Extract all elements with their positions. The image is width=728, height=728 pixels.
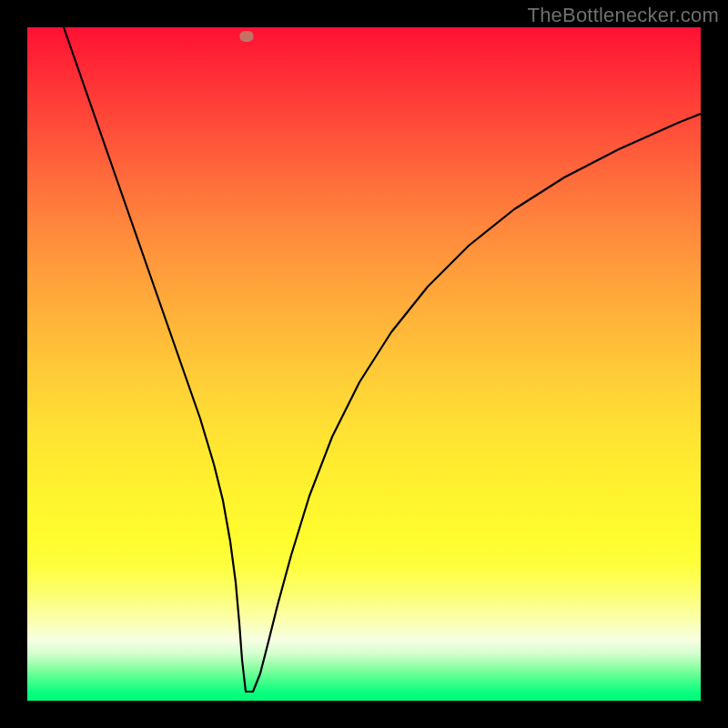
optimal-point-marker xyxy=(240,31,254,42)
chart-frame: TheBottlenecker.com xyxy=(0,0,728,728)
watermark-text: TheBottlenecker.com xyxy=(528,4,719,27)
plot-area xyxy=(27,27,701,701)
bottleneck-curve xyxy=(64,27,701,692)
curve-svg xyxy=(27,27,701,701)
